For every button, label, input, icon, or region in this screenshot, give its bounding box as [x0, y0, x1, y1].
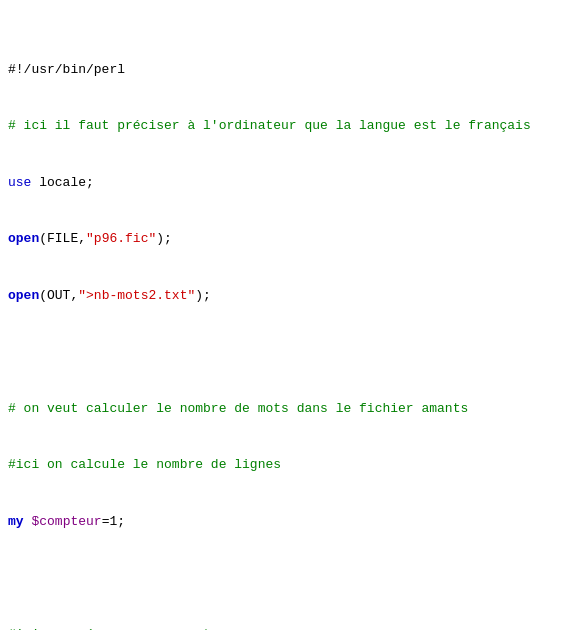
line-open1: open(FILE,"p96.fic");: [8, 230, 576, 249]
line-shebang: #!/usr/bin/perl: [8, 61, 576, 80]
line-comment1: # ici il faut préciser à l'ordinateur qu…: [8, 117, 576, 136]
line-blank2: [8, 569, 576, 588]
line-blank1: [8, 343, 576, 362]
code-block: #!/usr/bin/perl # ici il faut préciser à…: [0, 0, 584, 630]
line-comment3: #ici on calcule le nombre de lignes: [8, 456, 576, 475]
line-use: use locale;: [8, 174, 576, 193]
line-my-compteur: my $compteur=1;: [8, 513, 576, 532]
line-open2: open(OUT,">nb-mots2.txt");: [8, 287, 576, 306]
line-comment4: #ici on crée un gros compteur: [8, 626, 576, 630]
line-comment2: # on veut calculer le nombre de mots dan…: [8, 400, 576, 419]
